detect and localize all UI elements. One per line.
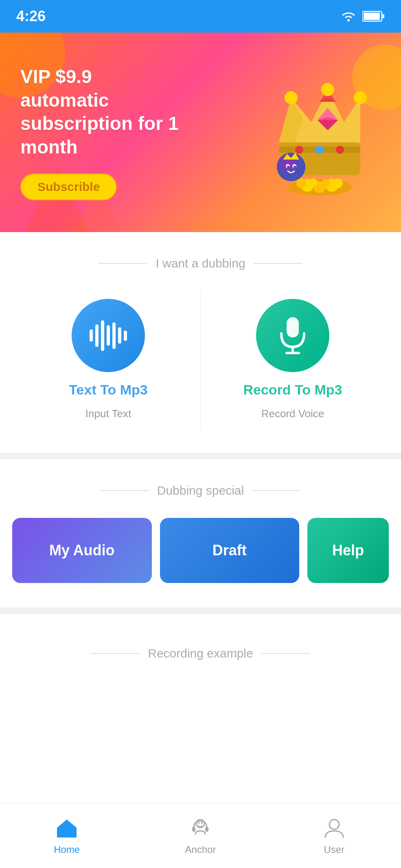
text-to-mp3-sublabel: Input Text	[85, 408, 131, 420]
user-icon	[322, 816, 346, 841]
section-divider	[0, 453, 401, 459]
main-content: I want a dubbing Text To Mp3 Input Text	[0, 232, 401, 803]
dubbing-section-title: I want a dubbing	[156, 256, 245, 270]
section-line-right	[254, 263, 302, 264]
svg-point-28	[277, 153, 305, 181]
dubbing-special-section: Dubbing special My Audio Draft Help	[0, 459, 401, 607]
dubbing-options-row: Text To Mp3 Input Text Record To Mp3	[0, 291, 401, 453]
svg-point-9	[333, 178, 343, 188]
svg-rect-42	[205, 827, 208, 832]
special-cards-row: My Audio Draft Help	[0, 518, 401, 599]
svg-rect-37	[64, 832, 70, 837]
record-to-mp3-label: Record To Mp3	[243, 382, 342, 398]
record-to-mp3-icon-circle	[256, 299, 329, 372]
help-card[interactable]: Help	[307, 518, 389, 583]
battery-icon	[362, 11, 385, 22]
my-audio-label: My Audio	[49, 542, 115, 559]
svg-point-8	[296, 178, 306, 188]
status-icons	[340, 10, 385, 22]
crown-illustration	[238, 57, 377, 204]
dubbing-section-header: I want a dubbing	[0, 232, 401, 291]
special-line-left	[100, 490, 149, 491]
wave-bar-2	[95, 324, 99, 347]
svg-point-10	[322, 179, 330, 187]
record-to-mp3-sublabel: Record Voice	[261, 408, 324, 420]
nav-label-home: Home	[54, 844, 80, 855]
recording-section-header: Recording example	[0, 622, 401, 681]
svg-point-18	[295, 146, 303, 154]
recording-section-title: Recording example	[148, 647, 253, 660]
svg-rect-41	[192, 827, 195, 832]
svg-rect-34	[287, 317, 299, 338]
subscribe-button[interactable]: Subscrible	[20, 173, 117, 200]
help-label: Help	[332, 542, 364, 559]
my-audio-card[interactable]: My Audio	[12, 518, 152, 583]
wave-bar-7	[124, 331, 127, 341]
svg-point-32	[287, 166, 289, 168]
home-icon	[55, 816, 79, 841]
svg-point-0	[347, 19, 350, 22]
section-line-left	[99, 263, 147, 264]
special-line-right	[252, 490, 301, 491]
mic-svg	[276, 315, 309, 356]
wave-bar-6	[118, 327, 121, 344]
recording-section-divider	[0, 607, 401, 614]
banner-title: VIP $9.9 automatic subscription for 1 mo…	[20, 65, 183, 159]
svg-point-20	[336, 146, 344, 154]
draft-label: Draft	[213, 542, 247, 559]
recording-example-section: Recording example	[0, 614, 401, 803]
special-section-title: Dubbing special	[157, 484, 244, 498]
svg-rect-2	[364, 13, 380, 20]
svg-point-22	[321, 83, 334, 96]
wave-bar-3	[101, 320, 104, 351]
svg-point-39	[198, 822, 199, 824]
svg-point-23	[354, 91, 367, 104]
status-time: 4:26	[16, 8, 46, 25]
recording-line-right	[261, 653, 310, 654]
wave-bar-4	[107, 325, 110, 346]
svg-rect-3	[382, 14, 384, 18]
nav-item-user[interactable]: User	[267, 810, 401, 862]
special-section-header: Dubbing special	[0, 459, 401, 518]
svg-point-40	[201, 822, 203, 824]
nav-item-home[interactable]: Home	[0, 810, 134, 862]
wave-bar-1	[90, 329, 93, 342]
svg-point-21	[285, 91, 298, 104]
text-to-mp3-item[interactable]: Text To Mp3 Input Text	[16, 291, 201, 428]
draft-card[interactable]: Draft	[160, 518, 300, 583]
svg-point-11	[309, 178, 318, 186]
wifi-icon	[340, 10, 357, 22]
recording-content-placeholder	[0, 681, 401, 803]
svg-point-33	[294, 166, 296, 168]
recording-line-left	[91, 653, 140, 654]
wave-icon	[90, 320, 127, 351]
nav-label-user: User	[324, 844, 344, 855]
svg-point-43	[329, 820, 339, 829]
banner-content: VIP $9.9 automatic subscription for 1 mo…	[20, 65, 183, 200]
text-to-mp3-label: Text To Mp3	[69, 382, 147, 398]
svg-point-19	[316, 146, 324, 154]
banner: VIP $9.9 automatic subscription for 1 mo…	[0, 33, 401, 232]
status-bar: 4:26	[0, 0, 401, 33]
wave-bar-5	[112, 322, 116, 349]
nav-item-anchor[interactable]: Anchor	[134, 810, 267, 862]
text-to-mp3-icon-circle	[72, 299, 145, 372]
nav-label-anchor: Anchor	[185, 844, 216, 855]
crown-svg	[238, 57, 377, 204]
bottom-nav: Home Anchor User	[0, 803, 401, 868]
anchor-icon	[188, 816, 213, 841]
record-to-mp3-item[interactable]: Record To Mp3 Record Voice	[201, 291, 385, 428]
